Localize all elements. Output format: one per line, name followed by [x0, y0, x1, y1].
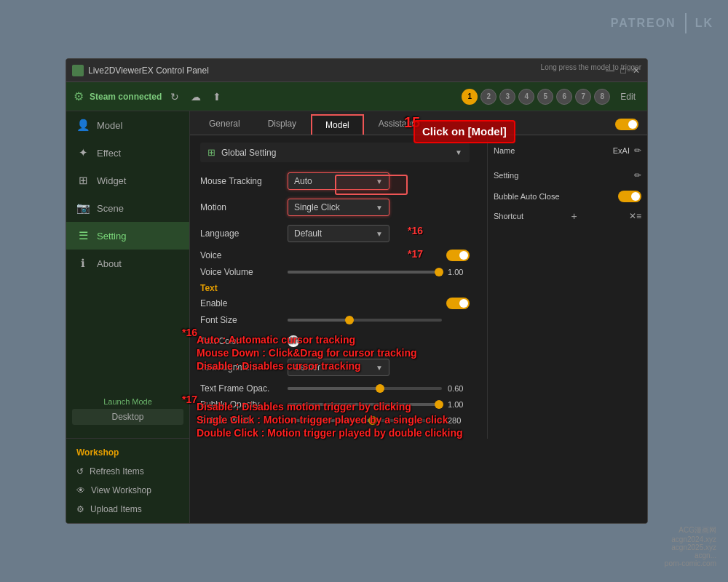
text-frame-opac-label: Text Frame Opac. — [200, 383, 288, 394]
app-window: Live2DViewerEX Control Panel — □ ✕ ⚙ Ste… — [66, 58, 648, 524]
text-color-swatch[interactable] — [288, 335, 299, 347]
name-edit-icon[interactable]: ✏ — [634, 146, 641, 156]
voice-volume-label: Voice Volume — [200, 267, 288, 277]
body-layout: 👤 Model ✦ Effect ⊞ Widget 📷 Scene ☰ Sett… — [66, 111, 647, 524]
language-label: Language — [200, 228, 288, 239]
profile-1[interactable]: 1 — [462, 89, 478, 105]
launch-mode-label: Launch Mode — [72, 397, 183, 406]
language-arrow: ▼ — [376, 230, 383, 238]
voice-volume-track[interactable] — [288, 271, 442, 274]
setting-row: Setting ✏ — [494, 166, 641, 185]
name-value: ExAI — [515, 146, 630, 155]
bubble-width-value: 280 — [448, 416, 470, 425]
motion-row: Motion Single Click ▼ — [200, 197, 470, 218]
sidebar-item-about[interactable]: ℹ About — [66, 250, 189, 277]
font-size-row: Font Size — [200, 315, 470, 325]
text-alignment-value: Center — [294, 362, 320, 372]
language-value: Default — [294, 228, 322, 239]
text-frame-opac-value: 0.60 — [448, 384, 470, 393]
tab-general[interactable]: General — [196, 114, 253, 135]
view-icon: 👁 — [76, 485, 85, 495]
profile-2[interactable]: 2 — [480, 89, 496, 105]
window-title: Live2DViewerEX Control Panel — [88, 65, 605, 76]
mouse-tracking-value: Auto — [294, 176, 312, 186]
mouse-tracking-label: Mouse Tracking — [200, 176, 288, 186]
sidebar-item-setting[interactable]: ☰ Setting — [66, 222, 189, 250]
bubble-opacity-fill — [288, 403, 442, 406]
app-icon — [72, 65, 84, 76]
edit-button[interactable]: Edit — [616, 90, 640, 103]
profile-circles: 1 2 3 4 5 6 7 8 — [462, 89, 610, 105]
shortcut-label: Shortcut — [494, 212, 523, 220]
text-alignment-dropdown[interactable]: Center ▼ — [288, 359, 389, 376]
refresh-button[interactable]: ↻ — [167, 89, 182, 104]
voice-toggle[interactable] — [446, 250, 470, 261]
mouse-tracking-dropdown[interactable]: Auto ▼ — [288, 172, 389, 190]
sidebar-item-widget[interactable]: ⊞ Widget — [66, 167, 189, 194]
setting-edit-icon[interactable]: ✏ — [634, 170, 641, 180]
bubble-auto-close-toggle[interactable] — [618, 191, 641, 202]
launch-mode-value[interactable]: Desktop — [72, 409, 183, 425]
tab-assistant[interactable]: Assistant — [365, 114, 427, 135]
upload-button[interactable]: ⬆ — [210, 89, 224, 104]
voice-label: Voice — [200, 250, 221, 260]
tab-display[interactable]: Display — [255, 114, 309, 135]
font-size-track[interactable] — [288, 319, 442, 322]
language-dropdown[interactable]: Default ▼ — [288, 225, 389, 242]
workshop-upload[interactable]: ⚙ Upload Items — [66, 500, 189, 519]
branding-divider — [685, 13, 687, 33]
assistant-toggle[interactable] — [615, 119, 638, 130]
text-align-arrow: ▼ — [376, 364, 383, 372]
sidebar-item-scene[interactable]: 📷 Scene — [66, 194, 189, 222]
language-row: Language Default ▼ — [200, 223, 470, 244]
bubble-opacity-value: 1.00 — [448, 400, 470, 409]
bubble-width-thumb[interactable] — [368, 416, 377, 425]
watermark: ACG漫画网 acgn2024.xyz acgn2025.xyz acgn...… — [665, 525, 716, 567]
cloud-button[interactable]: ☁ — [188, 89, 204, 104]
sidebar-item-effect[interactable]: ✦ Effect — [66, 139, 189, 167]
name-row: Name ExAI ✏ — [494, 141, 641, 160]
workshop-title: Workshop — [66, 445, 189, 462]
motion-dropdown[interactable]: Single Click ▼ — [288, 199, 389, 216]
mouse-tracking-arrow: ▼ — [376, 178, 383, 186]
name-label: Name — [494, 146, 515, 155]
font-size-thumb[interactable] — [345, 316, 354, 324]
tab-model[interactable]: Model — [311, 114, 364, 135]
profile-6[interactable]: 6 — [556, 89, 572, 105]
motion-arrow: ▼ — [376, 204, 383, 212]
profile-3[interactable]: 3 — [499, 89, 515, 105]
workshop-view[interactable]: 👁 View Workshop — [66, 481, 189, 500]
bubble-opacity-label: Bubble Opacity — [200, 399, 288, 410]
left-panel: ⊞ Global Setting ▼ Mouse Tracking Auto ▼ — [190, 135, 480, 439]
text-frame-opac-thumb[interactable] — [376, 384, 384, 393]
about-icon: ℹ — [76, 257, 90, 270]
global-setting-row[interactable]: ⊞ Global Setting ▼ — [200, 143, 470, 162]
sidebar-label-about: About — [97, 258, 122, 269]
font-size-fill — [288, 319, 349, 322]
bubble-opacity-thumb[interactable] — [435, 400, 443, 409]
profile-8[interactable]: 8 — [594, 89, 610, 105]
clear-shortcut-btn[interactable]: ✕≡ — [629, 211, 641, 221]
launch-mode-section: Launch Mode Desktop — [66, 391, 189, 438]
enable-toggle[interactable] — [446, 298, 470, 309]
bubble-auto-close-row: Bubble Auto Close — [494, 191, 641, 202]
setting-icon: ☰ — [76, 229, 90, 242]
bubble-opacity-track[interactable] — [288, 403, 442, 406]
sidebar-label-model: Model — [97, 120, 122, 131]
profile-5[interactable]: 5 — [537, 89, 553, 105]
profile-4[interactable]: 4 — [518, 89, 534, 105]
effect-icon: ✦ — [76, 146, 90, 159]
voice-volume-thumb[interactable] — [435, 268, 443, 276]
font-size-label: Font Size — [200, 315, 288, 325]
model-icon: 👤 — [76, 119, 90, 132]
sidebar-label-setting: Setting — [97, 231, 126, 242]
bubble-width-track[interactable] — [288, 419, 442, 422]
workshop-refresh[interactable]: ↺ Refresh Items — [66, 462, 189, 481]
sidebar-label-widget: Widget — [97, 175, 126, 186]
profile-7[interactable]: 7 — [575, 89, 591, 105]
add-shortcut-btn[interactable]: + — [571, 210, 577, 222]
text-frame-opac-track[interactable] — [288, 387, 442, 390]
bubble-opacity-row: Bubble Opacity 1.00 — [200, 399, 470, 410]
sidebar-item-model[interactable]: 👤 Model — [66, 111, 189, 139]
global-dropdown-arrow: ▼ — [455, 148, 462, 156]
